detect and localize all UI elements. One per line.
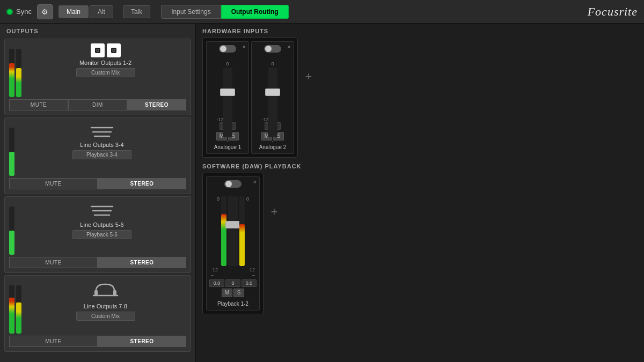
mix-label-4[interactable]: Custom Mix — [76, 312, 135, 321]
focusrite-logo: Focusrite — [588, 5, 638, 19]
fader-track-left-3[interactable] — [9, 206, 14, 255]
daw-level-l[interactable]: 0.0 — [209, 279, 224, 287]
tab-main[interactable]: Main — [58, 5, 89, 18]
stereo-button-1[interactable]: STEREO — [127, 99, 186, 110]
stereo-button-2[interactable]: STEREO — [98, 178, 186, 189]
svg-rect-12 — [94, 290, 98, 295]
gear-icon: ⚙ — [41, 8, 48, 16]
fader-track-right-1[interactable] — [16, 49, 21, 97]
tab-alt[interactable]: Alt — [90, 5, 113, 18]
fader-group-1 — [9, 43, 21, 97]
controls-row-1: MUTE DIM STEREO — [9, 99, 186, 110]
channel-strip-analogue-1: × 0 - -12 0 — [206, 41, 249, 154]
output-card-monitor-1-2: Monitor Outputs 1-2 Custom Mix MUTE DIM … — [4, 39, 191, 115]
daw-m-button-1[interactable]: M — [222, 289, 232, 297]
toggle-analogue-1[interactable] — [219, 45, 236, 53]
fader-thumb-2[interactable] — [265, 88, 280, 96]
nav-output-routing[interactable]: Output Routing — [221, 5, 289, 19]
sync-label: Sync — [16, 8, 32, 16]
output-icon-area-1: Monitor Outputs 1-2 Custom Mix — [25, 43, 186, 77]
speaker-left-icon — [91, 43, 105, 57]
add-hw-channel-button[interactable]: + — [302, 70, 315, 84]
daw-level-c[interactable]: 0 — [225, 279, 240, 287]
daw-db-bot-l: – — [211, 272, 214, 278]
headphone-line-icon-4 — [91, 280, 120, 301]
channel-name-analogue-2: Analogue 2 — [259, 144, 287, 150]
output-icon-area-4: Line Outputs 7-8 Custom Mix — [25, 280, 186, 321]
daw-fader-meter-area-1: 0 0 — [217, 196, 249, 266]
fader-thumb-1[interactable] — [220, 88, 235, 96]
channel-name-analogue-1: Analogue 1 — [214, 144, 241, 150]
daw-fader-1[interactable] — [228, 196, 238, 266]
dim-button-1[interactable]: DIM — [68, 99, 127, 110]
fader-track-left-1[interactable] — [9, 49, 14, 97]
daw-playback-title: SOFTWARE (DAW) PLAYBACK — [202, 163, 638, 169]
output-name-3: Line Outputs 5-6 — [80, 221, 123, 228]
output-icon-area-2: Line Outputs 3-4 Playback 3-4 — [18, 122, 186, 159]
close-analogue-1[interactable]: × — [243, 43, 246, 50]
fader-track-right-4[interactable] — [16, 285, 21, 334]
close-analogue-2[interactable]: × — [288, 43, 291, 50]
fader-group-2 — [9, 122, 14, 176]
outputs-panel: OUTPUTS — [0, 24, 196, 362]
fader-vertical-2[interactable] — [268, 68, 277, 137]
svg-rect-13 — [113, 290, 116, 295]
nav-tabs: Input Settings Output Routing — [161, 5, 288, 19]
add-daw-channel-button[interactable]: + — [268, 205, 281, 219]
output-name-2: Line Outputs 3-4 — [80, 142, 123, 148]
fader-group-4 — [9, 280, 21, 334]
fader-group-3 — [9, 201, 14, 255]
toggle-analogue-2[interactable] — [264, 45, 281, 53]
meter-bar-right-1 — [239, 196, 245, 266]
db-mid-2: -12 — [261, 117, 268, 122]
output-icon-area-3: Line Outputs 5-6 Playback 5-6 — [18, 201, 186, 239]
output-card-line-7-8: Line Outputs 7-8 Custom Mix MUTE STEREO — [4, 275, 191, 352]
daw-toggle-knob-1 — [225, 181, 232, 187]
sync-status-dot — [6, 9, 13, 15]
speaker-right-icon — [107, 43, 121, 57]
daw-channel-container: × 0 — [202, 173, 264, 314]
hardware-inputs-title: HARDWARE INPUTS — [202, 28, 638, 34]
daw-db-bot-r: – — [252, 272, 255, 278]
mute-button-3[interactable]: MUTE — [9, 257, 98, 268]
fader-vertical-1[interactable] — [223, 68, 232, 137]
controls-row-2: MUTE STEREO — [9, 178, 186, 189]
daw-fader-thumb-1[interactable] — [225, 221, 240, 228]
main-content: OUTPUTS — [0, 24, 644, 362]
mix-label-3[interactable]: Playback 5-6 — [72, 230, 131, 239]
topbar: Sync ⚙ Main Alt Talk Input Settings Outp… — [0, 0, 644, 24]
fader-track-left-2[interactable] — [9, 128, 14, 176]
svg-point-2 — [97, 50, 98, 51]
mix-label-1[interactable]: Custom Mix — [76, 68, 135, 77]
sync-indicator: Sync — [6, 8, 32, 16]
meter-bar-left-1 — [221, 196, 226, 266]
mute-button-2[interactable]: MUTE — [9, 178, 98, 189]
gear-button[interactable]: ⚙ — [37, 4, 53, 19]
daw-db-top-r-1: 0 — [246, 196, 249, 202]
fader-track-left-4[interactable] — [9, 285, 14, 334]
mute-button-1[interactable]: MUTE — [9, 99, 68, 110]
mix-label-2[interactable]: Playback 3-4 — [72, 150, 131, 159]
stereo-button-4[interactable]: STEREO — [98, 336, 186, 347]
talk-button[interactable]: Talk — [123, 5, 150, 18]
daw-playback-section: SOFTWARE (DAW) PLAYBACK × 0 — [202, 163, 638, 314]
channel-strip-analogue-2: × 0 - -12 0 — [251, 41, 294, 154]
right-panel: HARDWARE INPUTS × 0 - — [196, 24, 644, 362]
controls-row-4: MUTE STEREO — [9, 336, 186, 347]
nav-input-settings[interactable]: Input Settings — [161, 5, 221, 19]
main-alt-tabs: Main Alt — [58, 5, 113, 18]
controls-row-3: MUTE STEREO — [9, 257, 186, 268]
hw-channel-container: × 0 - -12 0 — [202, 38, 298, 158]
daw-toggle-1[interactable] — [224, 180, 241, 188]
stereo-button-3[interactable]: STEREO — [98, 257, 186, 268]
mute-button-4[interactable]: MUTE — [9, 336, 98, 347]
daw-level-row-1: 0.0 0 0.0 — [209, 279, 257, 287]
daw-s-button-1[interactable]: S — [233, 289, 244, 297]
daw-db-mid-r: -12 — [248, 267, 255, 272]
close-daw-1[interactable]: × — [253, 179, 257, 185]
output-card-line-3-4: Line Outputs 3-4 Playback 3-4 MUTE STERE… — [4, 117, 191, 194]
daw-level-r[interactable]: 0.0 — [241, 279, 257, 287]
output-name-4: Line Outputs 7-8 — [84, 303, 127, 309]
plug-icon-3 — [89, 201, 115, 219]
db-top-2: 0 — [271, 61, 274, 67]
